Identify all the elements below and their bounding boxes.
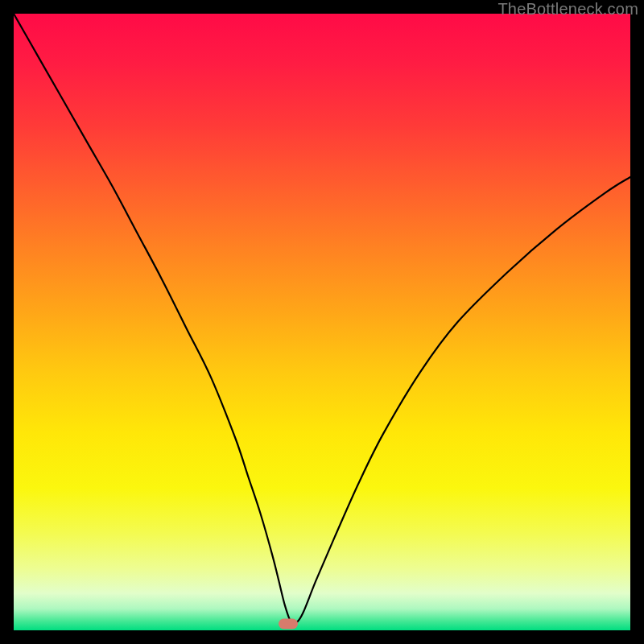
chart-stage: TheBottleneck.com [0, 0, 644, 644]
plot-area [14, 14, 630, 630]
bottleneck-curve [14, 14, 630, 630]
optimum-marker [279, 619, 298, 630]
watermark-text: TheBottleneck.com [497, 0, 638, 19]
